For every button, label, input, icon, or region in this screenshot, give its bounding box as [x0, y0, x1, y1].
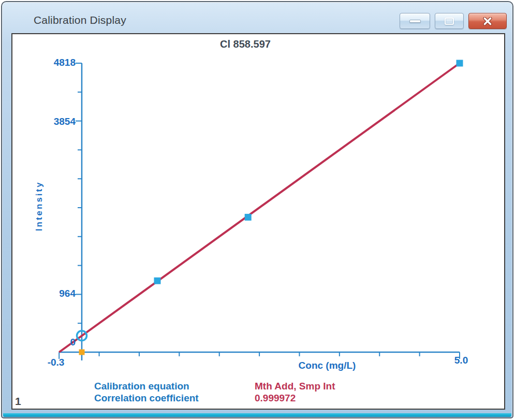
y-tick-label-4818: 4818: [26, 57, 76, 68]
window-bottom-accent: [3, 413, 511, 417]
calibration-equation-value: Mth Add, Smp Int: [255, 381, 335, 392]
y-tick-label-3854: 3854: [26, 116, 76, 127]
correlation-coefficient-value: 0.999972: [255, 393, 296, 404]
calibration-plot: [12, 34, 504, 409]
y-tick-label-964: 964: [26, 288, 76, 299]
y-axis-label: Intensity: [34, 165, 45, 248]
restore-button[interactable]: [435, 13, 464, 29]
y-tick-label-0: 0: [26, 337, 76, 348]
correlation-coefficient-label: Correlation coefficient: [94, 393, 255, 404]
minimize-button[interactable]: [400, 13, 430, 29]
page-number: 1: [15, 395, 21, 408]
close-icon: [483, 17, 492, 25]
calibration-equation-row: Calibration equation Mth Add, Smp Int: [94, 380, 335, 392]
calibration-display-window: Calibration Display Cl 858.597 Intensity…: [1, 1, 513, 418]
x-tick-label-min: -0.3: [39, 357, 72, 368]
calibration-summary: Calibration equation Mth Add, Smp Int Co…: [94, 380, 335, 404]
correlation-coefficient-row: Correlation coefficient 0.999972: [94, 392, 335, 404]
calibration-equation-label: Calibration equation: [94, 381, 255, 392]
window-controls: [400, 13, 507, 29]
close-button[interactable]: [468, 13, 507, 29]
chart-title: Cl 858.597: [12, 38, 478, 50]
window-title: Calibration Display: [34, 14, 126, 26]
x-tick-label-max: 5.0: [445, 355, 478, 366]
chart-area: Cl 858.597 Intensity Conc (mg/L) 4818 38…: [11, 33, 505, 410]
minimize-icon: [409, 20, 421, 23]
restore-icon: [445, 18, 454, 25]
x-axis-label: Conc (mg/L): [259, 360, 395, 371]
